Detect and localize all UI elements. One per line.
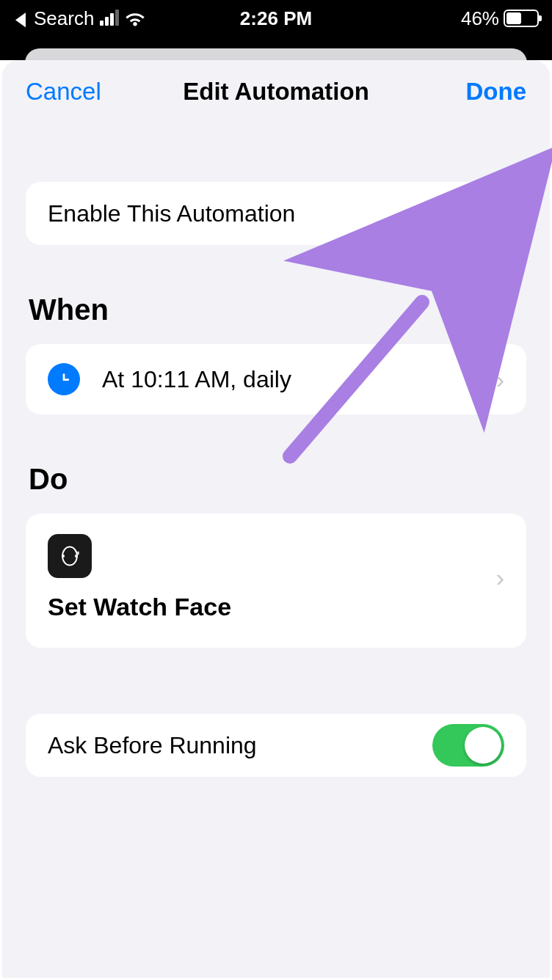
enable-automation-card: Enable This Automation <box>26 182 526 245</box>
page-title: Edit Automation <box>183 78 369 106</box>
do-action-title: Set Watch Face <box>48 593 482 621</box>
ask-before-running-label: Ask Before Running <box>48 732 410 759</box>
svg-point-0 <box>62 546 77 565</box>
cancel-button[interactable]: Cancel <box>26 78 101 106</box>
battery-icon <box>504 10 539 27</box>
do-section-header: Do <box>29 463 526 496</box>
clock-icon <box>48 363 80 395</box>
do-card[interactable]: Set Watch Face › <box>26 513 526 648</box>
watch-app-icon <box>48 534 92 578</box>
enable-automation-toggle[interactable] <box>432 192 504 235</box>
svg-rect-3 <box>77 552 79 555</box>
enable-automation-label: Enable This Automation <box>48 200 410 227</box>
svg-rect-2 <box>75 555 78 557</box>
chevron-right-icon: › <box>496 563 504 592</box>
svg-rect-1 <box>62 555 65 557</box>
ask-before-running-toggle[interactable] <box>432 724 504 767</box>
sheet-nav-bar: Cancel Edit Automation Done <box>2 60 550 123</box>
done-button[interactable]: Done <box>466 78 527 106</box>
ask-before-running-card: Ask Before Running <box>26 714 526 777</box>
breadcrumb-back-icon[interactable]: ◀ <box>15 7 26 30</box>
battery-percent: 46% <box>461 7 499 30</box>
status-bar: ◀ Search 2:26 PM 46% <box>0 0 552 37</box>
breadcrumb-back-label[interactable]: Search <box>34 7 94 30</box>
when-card[interactable]: At 10:11 AM, daily › <box>26 344 526 414</box>
chevron-right-icon: › <box>496 365 504 394</box>
status-time: 2:26 PM <box>240 7 312 30</box>
cellular-signal-icon <box>100 11 119 26</box>
wifi-icon <box>125 10 145 26</box>
edit-automation-sheet: Cancel Edit Automation Done Enable This … <box>2 60 550 978</box>
when-section-header: When <box>29 293 526 326</box>
when-trigger-label: At 10:11 AM, daily <box>102 366 474 393</box>
